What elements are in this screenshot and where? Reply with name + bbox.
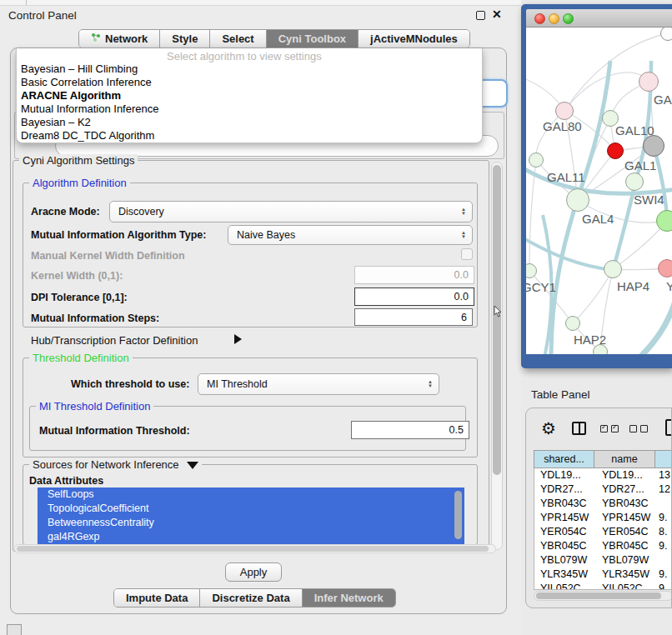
kernel-width-label: Kernel Width (0,1): — [31, 270, 123, 282]
column-header-name[interactable]: name — [594, 451, 655, 468]
collapse-down-icon[interactable] — [187, 462, 198, 469]
tab-infer-network[interactable]: Infer Network — [303, 589, 395, 607]
aracne-mode-select[interactable]: Discovery ▲▼ — [109, 201, 473, 222]
network-node-swi4[interactable] — [625, 172, 644, 191]
table-body: YDL19...YDL19...13YDR27...YDR27...12YBR0… — [534, 468, 672, 590]
attribute-item[interactable]: BetweennessCentrality — [38, 516, 464, 530]
table-cell: 9. — [655, 539, 672, 553]
panel-title: Control Panel — [8, 9, 77, 22]
attribute-item[interactable]: TopologicalCoefficient — [38, 502, 464, 516]
tab-select[interactable]: Select — [210, 30, 266, 48]
table-row[interactable]: YER054CYER054C8. — [534, 525, 672, 539]
tab-discretize-data[interactable]: Discretize Data — [200, 589, 302, 607]
select-all-icon[interactable] — [600, 425, 619, 432]
mi-steps-field[interactable]: 6 — [354, 308, 473, 326]
network-node[interactable] — [656, 210, 672, 232]
table-row[interactable]: YLR345WYLR345W9. — [534, 568, 672, 582]
network-node[interactable] — [643, 135, 664, 157]
algorithm-option[interactable]: ARACNE Algorithm — [19, 89, 479, 102]
tab-cyni-toolbox[interactable]: Cyni Toolbox — [267, 30, 359, 48]
table-row[interactable]: YBL079WYBL079W — [534, 553, 672, 568]
algorithm-options: Bayesian – Hill ClimbingBasic Correlatio… — [19, 62, 479, 142]
table-cell — [655, 497, 672, 511]
kernel-width-field[interactable]: 0.0 — [354, 266, 474, 284]
column-header-partial[interactable] — [655, 451, 672, 468]
scrollbar-thumb[interactable] — [17, 546, 489, 552]
network-node-gal1[interactable] — [607, 142, 624, 159]
network-node-gal[interactable] — [639, 72, 659, 92]
algorithm-option[interactable]: Mutual Information Inference — [19, 102, 479, 116]
attribute-item[interactable]: gal4RGexp — [38, 530, 464, 544]
dropdown-placeholder: Select algorithm to view settings — [167, 50, 322, 62]
table-row[interactable]: YBR045CYBR045C9. — [534, 539, 672, 553]
apply-button[interactable]: Apply — [225, 562, 282, 582]
network-node[interactable] — [660, 28, 672, 41]
network-canvas[interactable]: GALGAL80GAL10GAL1GAL11SWI4GAL4GCY1HAP4YH… — [526, 28, 672, 354]
column-header-shared[interactable]: shared... — [534, 451, 594, 468]
manual-kernel-width-checkbox[interactable] — [461, 248, 473, 260]
mouse-cursor — [494, 306, 502, 321]
network-icon — [91, 32, 101, 45]
window-top-strip — [0, 0, 521, 6]
algorithm-option[interactable]: Bayesian – K2 — [19, 116, 479, 129]
network-node-y[interactable] — [658, 259, 672, 278]
node-label: SWI4 — [634, 192, 664, 207]
table-cell: YBR043C — [534, 497, 594, 511]
tab-impute-data[interactable]: Impute Data — [114, 589, 200, 607]
table-row[interactable]: YDR27...YDR27...12 — [534, 482, 672, 497]
close-window-icon[interactable] — [534, 13, 545, 24]
settings-vertical-scrollbar[interactable] — [491, 162, 503, 550]
app-root: Control Panel ✕ Network Style Select — [0, 0, 672, 635]
table-row[interactable]: YIL052CYIL052C9. — [534, 582, 672, 590]
node-label: GAL4 — [582, 212, 614, 226]
network-node-gal4[interactable] — [566, 188, 589, 212]
manual-kernel-width-label: Manual Kernel Width Definition — [31, 250, 185, 262]
table-row[interactable]: YBR043CYBR043C — [534, 497, 672, 511]
table-cell: YBL079W — [594, 553, 655, 568]
tab-style[interactable]: Style — [160, 30, 210, 48]
table-row[interactable]: YPR145WYPR145W9. — [534, 511, 672, 525]
network-node-gal11[interactable] — [529, 152, 544, 168]
tab-network[interactable]: Network — [79, 30, 160, 48]
algorithm-option[interactable]: Dream8 DC_TDC Algorithm — [19, 129, 479, 142]
column-layout-icon[interactable] — [572, 422, 586, 435]
deselect-all-icon[interactable] — [629, 425, 648, 432]
node-label: GAL1 — [624, 158, 656, 172]
mi-algorithm-type-select[interactable]: Naive Bayes ▲▼ — [228, 225, 473, 245]
which-threshold-select[interactable]: MI Threshold ▲▼ — [198, 373, 439, 395]
list-scrollbar-thumb[interactable] — [454, 491, 462, 539]
table-horizontal-scrollbar[interactable] — [534, 591, 672, 601]
table-cell: YDL19... — [534, 468, 594, 482]
hub-definition-label[interactable]: Hub/Transcription Factor Definition — [31, 334, 198, 347]
attribute-item[interactable]: SelfLoops — [38, 488, 464, 502]
close-icon[interactable]: ✕ — [492, 8, 502, 21]
algorithm-option[interactable]: Basic Correlation Inference — [19, 76, 479, 89]
table-cell: 8. — [655, 525, 672, 539]
network-node-hap4[interactable] — [604, 260, 622, 278]
sources-group-title[interactable]: Sources for Network Inference — [29, 458, 202, 471]
table-cell: YER054C — [534, 525, 594, 539]
tab-jactivemnodules[interactable]: jActiveMNodules — [359, 30, 469, 48]
mi-threshold-label: Mutual Information Threshold: — [39, 425, 190, 437]
minimize-window-icon[interactable] — [549, 13, 559, 24]
data-attributes-list[interactable]: SelfLoopsTopologicalCoefficientBetweenne… — [38, 488, 464, 544]
network-view-inner: GALGAL80GAL10GAL1GAL11SWI4GAL4GCY1HAP4YH… — [526, 9, 672, 354]
table-cell: YIL052C — [534, 582, 594, 590]
document-icon[interactable] — [665, 419, 672, 436]
dpi-tolerance-field[interactable]: 0.0 — [354, 288, 474, 306]
float-panel-icon[interactable] — [476, 11, 485, 20]
expand-right-icon[interactable] — [234, 334, 242, 344]
zoom-window-icon[interactable] — [563, 13, 574, 24]
network-node[interactable] — [593, 344, 608, 354]
network-window-titlebar[interactable] — [526, 9, 672, 28]
bottom-tabbar: Impute Data Discretize Data Infer Networ… — [113, 588, 396, 608]
network-node-gal80[interactable] — [555, 102, 574, 120]
network-node-hap2[interactable] — [565, 316, 580, 331]
algorithm-option[interactable]: Bayesian – Hill Climbing — [19, 62, 479, 76]
mi-threshold-field[interactable]: 0.5 — [351, 421, 469, 439]
settings-horizontal-scrollbar[interactable] — [14, 544, 496, 553]
scrollbar-thumb[interactable] — [536, 592, 661, 599]
table-row[interactable]: YDL19...YDL19...13 — [534, 468, 672, 482]
gear-icon[interactable]: ⚙ — [541, 418, 556, 438]
collapsed-panel-button[interactable] — [7, 624, 22, 635]
